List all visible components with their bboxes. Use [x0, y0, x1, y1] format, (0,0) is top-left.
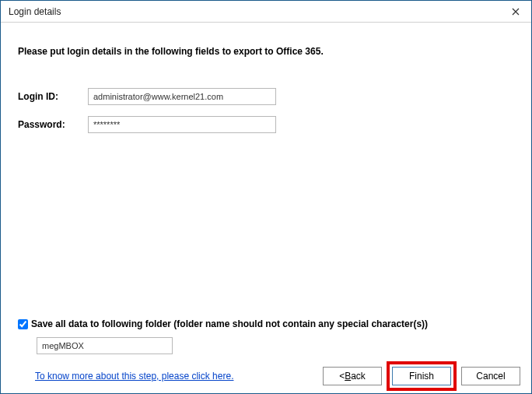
button-group: < Back Finish Cancel	[323, 361, 520, 391]
dialog-footer: To know more about this step, please cli…	[1, 357, 531, 393]
back-key: B	[345, 371, 351, 382]
help-link[interactable]: To know more about this step, please cli…	[35, 371, 233, 382]
login-id-input[interactable]	[88, 88, 276, 105]
folder-name-input[interactable]	[37, 337, 173, 354]
login-id-label: Login ID:	[18, 91, 88, 102]
instruction-text: Please put login details in the followin…	[18, 46, 514, 57]
back-rest: ack	[351, 371, 366, 382]
back-button[interactable]: < Back	[323, 367, 382, 385]
dialog-content: Please put login details in the followin…	[1, 23, 531, 133]
finish-highlight: Finish	[387, 361, 457, 391]
save-folder-checkbox[interactable]	[18, 319, 28, 329]
save-checkbox-row: Save all data to following folder (folde…	[18, 318, 514, 329]
cancel-button[interactable]: Cancel	[461, 367, 520, 385]
finish-button[interactable]: Finish	[392, 367, 451, 385]
login-id-row: Login ID:	[18, 88, 514, 105]
back-prefix: <	[339, 371, 345, 382]
title-bar: Login details	[1, 1, 531, 23]
close-icon	[512, 8, 520, 16]
save-folder-label: Save all data to following folder (folde…	[31, 318, 428, 329]
password-input[interactable]	[88, 116, 276, 133]
password-row: Password:	[18, 116, 514, 133]
window-title: Login details	[9, 6, 61, 17]
password-label: Password:	[18, 119, 88, 130]
close-button[interactable]	[500, 1, 531, 22]
save-folder-section: Save all data to following folder (folde…	[18, 318, 514, 354]
